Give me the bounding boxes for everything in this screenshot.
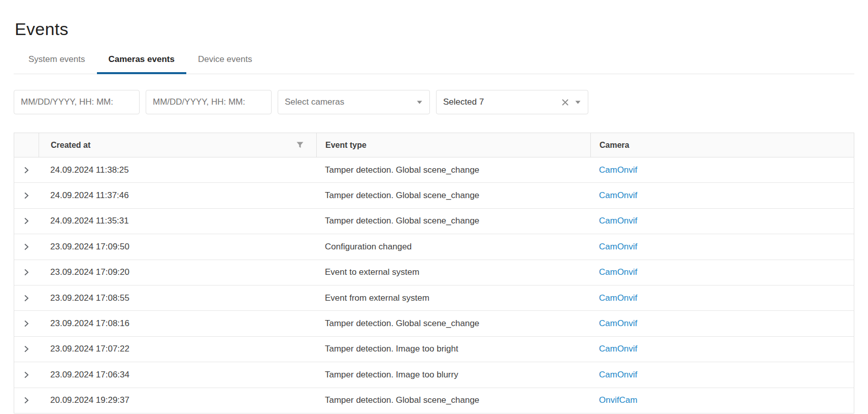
header-event-type: Event type (316, 133, 590, 157)
row-event-type: Tamper detection. Global scene_change (316, 190, 590, 201)
header-created-at: Created at (39, 133, 316, 157)
row-created-at: 20.09.2024 19:29:37 (39, 395, 316, 405)
row-expand-cell (14, 243, 39, 251)
camera-link[interactable]: CamOnvif (599, 190, 638, 200)
row-created-at: 24.09.2024 11:35:31 (39, 216, 316, 226)
row-expand-cell (14, 396, 39, 404)
table-row: 24.09.2024 11:35:31 Tamper detection. Gl… (14, 209, 854, 234)
table-row: 23.09.2024 17:08:55 Event from external … (14, 285, 854, 311)
row-event-type: Tamper detection. Global scene_change (316, 319, 590, 329)
row-expand-cell (14, 268, 39, 276)
row-created-at: 24.09.2024 11:37:46 (39, 190, 316, 201)
table-row: 23.09.2024 17:06:34 Tamper detection. Im… (14, 362, 854, 388)
row-camera-cell: CamOnvif (590, 242, 854, 252)
date-to-input[interactable] (146, 90, 272, 114)
row-created-at: 23.09.2024 17:08:55 (39, 293, 316, 303)
row-created-at: 23.09.2024 17:09:50 (39, 242, 316, 252)
chevron-right-icon[interactable] (22, 166, 30, 174)
camera-select-dropdown[interactable]: Select cameras (278, 90, 430, 114)
tab-system-events[interactable]: System events (17, 54, 97, 74)
row-event-type: Tamper detection. Global scene_change (316, 216, 590, 226)
row-created-at: 24.09.2024 11:38:25 (39, 165, 316, 175)
table-row: 24.09.2024 11:38:25 Tamper detection. Gl… (14, 157, 854, 183)
table-row: 23.09.2024 17:07:22 Tamper detection. Im… (14, 337, 854, 362)
chevron-right-icon[interactable] (22, 243, 30, 251)
row-expand-cell (14, 371, 39, 379)
row-camera-cell: CamOnvif (590, 267, 854, 277)
row-created-at: 23.09.2024 17:07:22 (39, 344, 316, 354)
camera-link[interactable]: CamOnvif (599, 267, 638, 277)
caret-down-icon[interactable] (575, 101, 581, 104)
row-created-at: 23.09.2024 17:09:20 (39, 267, 316, 277)
chevron-right-icon[interactable] (22, 320, 30, 328)
row-event-type: Tamper detection. Global scene_change (316, 165, 590, 175)
filters-bar: Select cameras Selected 7 (14, 90, 854, 114)
tab-cameras-events[interactable]: Cameras events (97, 54, 186, 74)
camera-link[interactable]: CamOnvif (599, 165, 638, 175)
chevron-right-icon[interactable] (22, 192, 30, 200)
events-table: Created at Event type Camera 24.09.2024 … (14, 133, 854, 413)
camera-link[interactable]: CamOnvif (599, 242, 638, 251)
table-row: 23.09.2024 17:09:20 Event to external sy… (14, 260, 854, 285)
row-camera-cell: CamOnvif (590, 370, 854, 380)
row-expand-cell (14, 294, 39, 302)
row-event-type: Tamper detection. Global scene_change (316, 395, 590, 405)
camera-link[interactable]: CamOnvif (599, 216, 638, 226)
header-created-at-label: Created at (51, 141, 90, 150)
row-event-type: Tamper detection. Image too bright (316, 344, 590, 354)
row-created-at: 23.09.2024 17:06:34 (39, 370, 316, 380)
funnel-icon[interactable] (296, 142, 304, 148)
row-expand-cell (14, 345, 39, 353)
camera-link[interactable]: CamOnvif (599, 370, 638, 379)
table-header-row: Created at Event type Camera (14, 133, 854, 157)
row-expand-cell (14, 166, 39, 174)
table-row: 24.09.2024 11:37:46 Tamper detection. Gl… (14, 183, 854, 208)
table-row: 23.09.2024 17:08:16 Tamper detection. Gl… (14, 311, 854, 336)
tab-device-events[interactable]: Device events (186, 54, 264, 74)
camera-link[interactable]: OnvifCam (599, 395, 638, 405)
camera-selected-dropdown[interactable]: Selected 7 (436, 90, 588, 114)
chevron-right-icon[interactable] (22, 396, 30, 404)
chevron-right-icon[interactable] (22, 268, 30, 276)
row-camera-cell: CamOnvif (590, 293, 854, 303)
row-camera-cell: CamOnvif (590, 165, 854, 175)
clear-x-icon[interactable] (561, 99, 569, 106)
chevron-right-icon[interactable] (22, 345, 30, 353)
row-created-at: 23.09.2024 17:08:16 (39, 319, 316, 329)
row-expand-cell (14, 217, 39, 225)
chevron-right-icon[interactable] (22, 294, 30, 302)
table-row: 23.09.2024 17:09:50 Configuration change… (14, 234, 854, 260)
row-camera-cell: OnvifCam (590, 395, 854, 405)
events-page: Events System events Cameras events Devi… (0, 19, 868, 414)
row-event-type: Tamper detection. Image too blurry (316, 370, 590, 380)
tabs-bar: System events Cameras events Device even… (14, 54, 854, 74)
chevron-right-icon[interactable] (22, 217, 30, 225)
header-event-type-label: Event type (325, 141, 366, 150)
row-camera-cell: CamOnvif (590, 319, 854, 329)
row-camera-cell: CamOnvif (590, 190, 854, 201)
row-expand-cell (14, 320, 39, 328)
row-camera-cell: CamOnvif (590, 216, 854, 226)
date-from-input[interactable] (14, 90, 140, 114)
header-expand-column (14, 133, 39, 157)
table-row: 20.09.2024 19:29:37 Tamper detection. Gl… (14, 388, 854, 413)
row-event-type: Event to external system (316, 267, 590, 277)
table-body: 24.09.2024 11:38:25 Tamper detection. Gl… (14, 157, 854, 413)
header-camera: Camera (590, 133, 854, 157)
camera-link[interactable]: CamOnvif (599, 344, 638, 354)
caret-down-icon[interactable] (417, 101, 422, 104)
camera-selected-value: Selected 7 (443, 97, 484, 107)
row-event-type: Event from external system (316, 293, 590, 303)
row-expand-cell (14, 192, 39, 200)
chevron-right-icon[interactable] (22, 371, 30, 379)
page-title: Events (15, 19, 868, 39)
camera-link[interactable]: CamOnvif (599, 293, 638, 303)
row-camera-cell: CamOnvif (590, 344, 854, 354)
camera-select-placeholder: Select cameras (285, 97, 344, 107)
header-camera-label: Camera (599, 141, 629, 150)
row-event-type: Configuration changed (316, 242, 590, 252)
camera-link[interactable]: CamOnvif (599, 319, 638, 328)
